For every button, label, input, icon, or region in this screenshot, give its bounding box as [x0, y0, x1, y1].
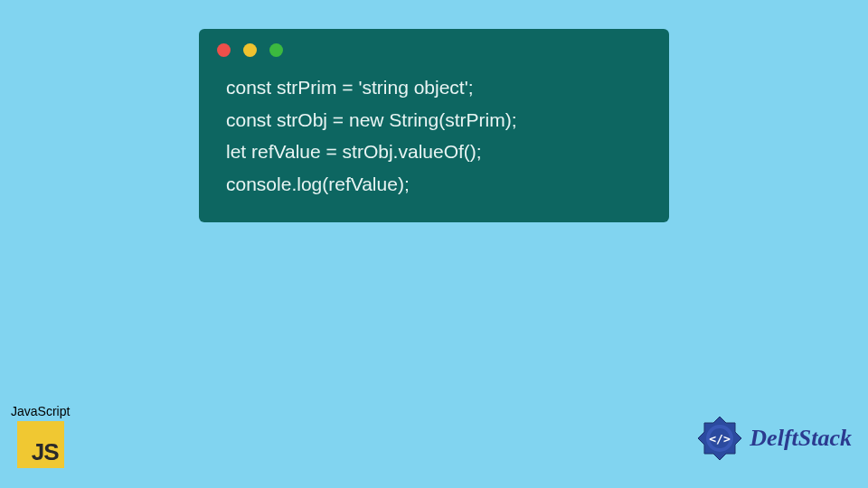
brand-logo: </> DelftStack	[695, 414, 852, 463]
minimize-icon	[243, 43, 257, 57]
code-window: const strPrim = 'string object'; const s…	[199, 29, 669, 222]
javascript-badge: JavaScript JS	[11, 404, 70, 468]
code-line: console.log(refValue);	[226, 168, 642, 201]
brand-icon: </>	[695, 414, 744, 463]
brand-text: DelftStack	[750, 425, 852, 452]
maximize-icon	[269, 43, 283, 57]
javascript-label: JavaScript	[11, 404, 70, 418]
javascript-logo-text: JS	[32, 438, 59, 466]
code-line: const strObj = new String(strPrim);	[226, 104, 642, 136]
code-block: const strPrim = 'string object'; const s…	[199, 66, 669, 201]
svg-text:</>: </>	[710, 432, 731, 446]
javascript-logo-icon: JS	[17, 421, 64, 468]
window-controls	[199, 29, 669, 66]
close-icon	[217, 43, 231, 57]
code-line: const strPrim = 'string object';	[226, 71, 642, 104]
code-line: let refValue = strObj.valueOf();	[226, 136, 642, 168]
